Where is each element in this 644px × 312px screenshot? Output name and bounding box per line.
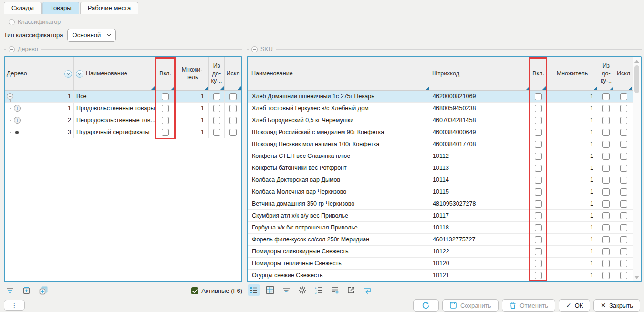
incl-checkbox[interactable] xyxy=(535,236,542,243)
sku-table-row[interactable]: Ветчина домашняя 350 гр Черкизово 481095… xyxy=(248,198,633,210)
scroll-up-icon[interactable] xyxy=(634,60,639,63)
column-header-tree[interactable]: Дерево xyxy=(5,57,62,90)
excl-checkbox[interactable] xyxy=(620,93,627,100)
more-actions-button[interactable]: ⋮ xyxy=(4,300,25,311)
from-doc-checkbox[interactable] xyxy=(602,177,610,184)
sku-table-row[interactable]: Конфеты СТЕП вес Славянка плюс 10112 1 xyxy=(248,150,633,162)
sku-table-row[interactable]: Горбуша х/к б/г потрошеная Приволье 1011… xyxy=(248,222,633,234)
tree-node-toggle-icon[interactable]: − xyxy=(7,93,13,100)
column-header-multiplier[interactable]: Множитель xyxy=(547,57,598,90)
sku-table-row[interactable]: Помидоры тепличные Свежесть 10120 1 xyxy=(248,258,633,270)
sku-table-row[interactable]: Хлеб тостовый Геркулес в/с Хлебный дом 4… xyxy=(248,103,633,114)
column-header-incl[interactable]: Вкл. xyxy=(156,57,176,90)
filter-icon[interactable] xyxy=(280,284,292,296)
add-node-icon[interactable] xyxy=(21,285,33,296)
excl-checkbox[interactable] xyxy=(620,224,627,231)
sku-table-row[interactable]: Колбаса Молочная вар Черкизово 10115 1 xyxy=(248,186,633,198)
filter-icon[interactable] xyxy=(4,285,16,296)
column-header-name[interactable]: Наименование xyxy=(248,57,430,90)
incl-checkbox[interactable] xyxy=(535,165,542,172)
tree-table-row[interactable]: + 1 Продовольственные товары 1 xyxy=(5,103,241,114)
excl-checkbox[interactable] xyxy=(620,200,627,208)
close-button[interactable]: × Закрыть xyxy=(593,299,640,312)
column-header-incl[interactable]: Вкл. xyxy=(530,57,547,90)
sku-table-row[interactable]: Шоколад Несквик мол начинка 100г Конфетк… xyxy=(248,138,633,150)
grid-view-icon[interactable] xyxy=(264,284,276,296)
column-header-barcode[interactable]: Штрихкод xyxy=(430,57,530,90)
column-header-excl[interactable]: Искл xyxy=(225,57,241,90)
excl-checkbox[interactable] xyxy=(229,129,237,136)
incl-checkbox[interactable] xyxy=(162,93,169,100)
column-header-name[interactable]: Наименование xyxy=(74,57,156,90)
sku-table-row[interactable]: Огурцы свежие Свежесть 10121 1 xyxy=(248,270,633,281)
from-doc-checkbox[interactable] xyxy=(602,188,610,196)
column-header-multiplier[interactable]: Множи- тель xyxy=(176,57,209,90)
sku-table-row[interactable]: Хлеб Бородинский 0,5 кг Черемушки 460703… xyxy=(248,114,633,126)
excl-checkbox[interactable] xyxy=(620,260,627,267)
incl-checkbox[interactable] xyxy=(535,248,542,255)
from-doc-checkbox[interactable] xyxy=(602,141,610,148)
column-header-from-doc[interactable]: Из до- ку-.. xyxy=(598,57,614,90)
incl-checkbox[interactable] xyxy=(535,272,542,279)
from-doc-checkbox[interactable] xyxy=(213,105,220,112)
chevron-down-icon[interactable] xyxy=(76,70,83,78)
incl-checkbox[interactable] xyxy=(535,224,542,231)
column-header-num[interactable] xyxy=(62,57,74,90)
classifier-type-select[interactable]: Основной xyxy=(67,29,116,42)
from-doc-checkbox[interactable] xyxy=(602,248,610,255)
tab-Склады[interactable]: Склады xyxy=(4,2,42,14)
sku-table-row[interactable]: Помидоры сливовидные Свежесть 10122 1 xyxy=(248,246,633,258)
incl-checkbox[interactable] xyxy=(535,105,542,112)
column-header-excl[interactable]: Искл xyxy=(614,57,633,90)
sku-table-row[interactable]: Форель филе-кусок сл/сол 250г Меридиан 4… xyxy=(248,234,633,246)
from-doc-checkbox[interactable] xyxy=(602,153,610,160)
tree-table-row[interactable]: + 2 Непродовольственные тов... 1 xyxy=(5,114,241,126)
column-header-from-doc[interactable]: Из до- ку-.. xyxy=(209,57,225,90)
collapse-icon[interactable] xyxy=(251,46,258,52)
excl-checkbox[interactable] xyxy=(229,93,237,100)
incl-checkbox[interactable] xyxy=(162,117,169,124)
add-subnode-icon[interactable] xyxy=(37,285,50,296)
from-doc-checkbox[interactable] xyxy=(602,165,610,172)
excl-checkbox[interactable] xyxy=(620,188,627,196)
excl-checkbox[interactable] xyxy=(620,177,627,184)
collapse-icon[interactable] xyxy=(9,46,15,52)
refresh-button[interactable] xyxy=(413,299,439,312)
excl-checkbox[interactable] xyxy=(620,236,627,243)
tree-node-toggle-icon[interactable]: + xyxy=(14,117,21,124)
from-doc-checkbox[interactable] xyxy=(213,93,220,100)
excl-checkbox[interactable] xyxy=(620,248,627,255)
excl-checkbox[interactable] xyxy=(620,165,627,172)
tree-node-toggle-icon[interactable]: + xyxy=(14,105,21,112)
incl-checkbox[interactable] xyxy=(535,93,542,100)
scroll-down-icon[interactable] xyxy=(634,276,639,279)
from-doc-checkbox[interactable] xyxy=(602,212,610,219)
sku-table-row[interactable]: Шоколад Российский с миндалем 90г Конфет… xyxy=(248,126,633,138)
tree-node-toggle-icon[interactable] xyxy=(15,131,19,134)
from-doc-checkbox[interactable] xyxy=(602,272,610,279)
excl-checkbox[interactable] xyxy=(620,153,627,160)
chevron-down-icon[interactable] xyxy=(64,70,72,78)
sku-table-row[interactable]: Конфеты батончики вес Ротфронт 10113 1 xyxy=(248,162,633,174)
excl-checkbox[interactable] xyxy=(620,105,627,112)
incl-checkbox[interactable] xyxy=(535,153,542,160)
tree-table-row[interactable]: − 1 Все 1 xyxy=(5,91,241,103)
from-doc-checkbox[interactable] xyxy=(602,224,610,231)
from-doc-checkbox[interactable] xyxy=(213,129,220,136)
from-doc-checkbox[interactable] xyxy=(602,93,610,100)
from-doc-checkbox[interactable] xyxy=(602,260,610,267)
save-button[interactable]: Сохранить xyxy=(442,299,499,312)
from-doc-checkbox[interactable] xyxy=(602,236,610,243)
excl-checkbox[interactable] xyxy=(620,141,627,148)
excl-checkbox[interactable] xyxy=(620,212,627,219)
from-doc-checkbox[interactable] xyxy=(602,117,610,124)
sku-table-row[interactable]: Хлеб Домашний пшеничный 1с 275г Пекарь 4… xyxy=(248,91,633,103)
from-doc-checkbox[interactable] xyxy=(213,117,220,124)
incl-checkbox[interactable] xyxy=(535,177,542,184)
incl-checkbox[interactable] xyxy=(535,117,542,124)
incl-checkbox[interactable] xyxy=(535,129,542,136)
from-doc-checkbox[interactable] xyxy=(602,105,610,112)
collapse-icon[interactable] xyxy=(9,19,15,25)
active-filter-toggle[interactable]: Активные (F6) xyxy=(191,287,242,294)
sku-table-row[interactable]: Скумбрия атл х/к в/у вес Приволье 10117 … xyxy=(248,210,633,222)
